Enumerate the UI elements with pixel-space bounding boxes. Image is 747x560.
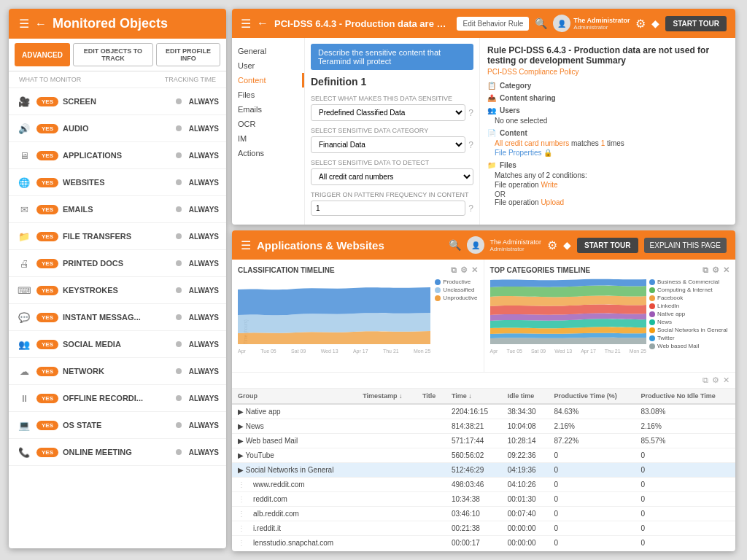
apps-menu-icon[interactable]: ☰	[241, 238, 251, 252]
toggle-yes[interactable]: YES	[36, 394, 58, 403]
toggle-yes[interactable]: YES	[36, 340, 58, 349]
toolbar-gear-icon[interactable]: ⚙	[712, 376, 719, 385]
col-title[interactable]: Title	[417, 389, 446, 404]
toggle-yes[interactable]: YES	[36, 205, 58, 214]
detect-select[interactable]: All credit card numbers	[311, 168, 473, 185]
cell-timestamp	[357, 507, 417, 521]
rule-or: OR	[487, 190, 728, 198]
classification-chart-content: Time (hours) AprTue 05Sat 09Wed 13Apr 17…	[238, 279, 478, 354]
toggle-yes[interactable]: YES	[36, 448, 58, 457]
dot-gray	[176, 179, 182, 185]
help-icon-3[interactable]: ?	[468, 203, 473, 214]
copy-icon[interactable]: ⧉	[451, 265, 457, 275]
toggle-yes[interactable]: YES	[36, 232, 58, 241]
edit-rule-button[interactable]: Edit Behavior Rule	[457, 17, 529, 31]
monitor-label: SCREEN	[63, 97, 171, 106]
tab-advanced[interactable]: ADVANCED	[15, 43, 70, 66]
pci-rule-summary: Rule PCI-DSS 6.4.3 - Production data are…	[480, 38, 735, 225]
cell-group: ⋮ alb.reddit.com	[232, 507, 357, 521]
monitor-icon: 🖥	[16, 147, 32, 163]
drag-handle: ⋮	[238, 495, 245, 503]
always-label: ALWAYS	[186, 448, 219, 456]
toggle-yes[interactable]: YES	[36, 286, 58, 295]
close-icon-chart[interactable]: ✕	[471, 265, 478, 275]
tab-edit-profile[interactable]: EDIT PROFILE INFO	[156, 43, 220, 66]
pci-menu-icon[interactable]: ☰	[241, 17, 251, 31]
start-tour-button[interactable]: START TOUR	[665, 16, 727, 31]
monitor-row: 📁 YES FILE TRANSFERS ALWAYS	[9, 223, 226, 250]
expand-btn[interactable]: ▶	[238, 466, 244, 474]
col-time[interactable]: Time ↓	[446, 389, 502, 404]
top-categories-chart: TOP CATEGORIES TIMELINE ⧉ ⚙ ✕	[484, 260, 736, 372]
expand-btn[interactable]: ▶	[238, 437, 244, 445]
search-icon[interactable]: 🔍	[535, 18, 547, 29]
always-label: ALWAYS	[186, 394, 219, 402]
gear-icon-chart[interactable]: ⚙	[460, 265, 468, 275]
explain-button[interactable]: EXPLAIN THIS PAGE	[644, 238, 727, 253]
toggle-yes[interactable]: YES	[36, 313, 58, 322]
toggle-yes[interactable]: YES	[36, 151, 58, 160]
col-group[interactable]: Group	[232, 389, 357, 404]
nav-emails[interactable]: Emails	[232, 102, 304, 117]
legend-productive: Productive	[435, 279, 477, 285]
nav-user[interactable]: User	[232, 58, 304, 73]
apps-search-icon[interactable]: 🔍	[449, 239, 461, 251]
apps-gear-icon[interactable]: ⚙	[547, 238, 557, 252]
expand-btn[interactable]: ▶	[238, 408, 244, 416]
classification-chart-title: CLASSIFICATION TIMELINE ⧉ ⚙ ✕	[238, 265, 478, 275]
trigger-input[interactable]	[311, 201, 465, 216]
toggle-yes[interactable]: YES	[36, 178, 58, 187]
monitor-label: NETWORK	[63, 367, 171, 376]
nav-actions[interactable]: Actions	[232, 146, 304, 160]
col-prod-no-idle[interactable]: Productive No Idle Time	[635, 389, 735, 404]
charts-row: CLASSIFICATION TIMELINE ⧉ ⚙ ✕ Time (hour…	[232, 260, 735, 373]
pci-back-icon[interactable]: ←	[257, 17, 268, 30]
nav-im[interactable]: IM	[232, 131, 304, 146]
categories-legend: Business & Commercial Computing & Intern…	[649, 279, 729, 349]
cell-prod-no-idle: 85.57%	[635, 434, 735, 448]
toggle-yes[interactable]: YES	[36, 421, 58, 430]
back-icon[interactable]: ←	[35, 18, 47, 31]
help-icon-2[interactable]: ?	[468, 140, 473, 150]
toggle-yes[interactable]: YES	[36, 97, 58, 106]
toggle-yes[interactable]: YES	[36, 259, 58, 268]
monitor-label: WEBSITES	[63, 178, 171, 187]
tab-edit-objects[interactable]: EDIT OBJECTS TO TRACK	[73, 43, 153, 66]
data-table: Group Timestamp ↓ Title Time ↓ Idle time…	[232, 389, 735, 549]
gear-icon[interactable]: ⚙	[635, 17, 646, 31]
cell-time: 560:56:02	[446, 448, 502, 463]
cell-title	[417, 419, 446, 434]
col-timestamp[interactable]: Timestamp ↓	[357, 389, 417, 404]
copy-icon-cat[interactable]: ⧉	[703, 265, 708, 275]
help-icon-1[interactable]: ?	[468, 108, 473, 118]
legend-computing: Computing & Internet	[649, 287, 729, 293]
category-select[interactable]: Financial Data	[311, 136, 465, 153]
monitor-icon: 💬	[16, 309, 32, 325]
sensitive-select[interactable]: Predefined Classified Data	[311, 104, 465, 121]
nav-content[interactable]: Content	[232, 73, 304, 88]
nav-files[interactable]: Files	[232, 88, 304, 102]
cell-productive: 0	[548, 478, 635, 492]
gear-icon-cat[interactable]: ⚙	[712, 265, 719, 275]
toggle-yes[interactable]: YES	[36, 124, 58, 133]
monitor-icon: ☁	[16, 363, 32, 379]
nav-general[interactable]: General	[232, 44, 304, 58]
menu-icon[interactable]: ☰	[19, 17, 29, 31]
toggle-yes[interactable]: YES	[36, 367, 58, 376]
legend-linkedin: LinkedIn	[649, 303, 729, 309]
col-productive[interactable]: Productive Time (%)	[548, 389, 635, 404]
apps-diamond-icon[interactable]: ◆	[563, 239, 571, 251]
col-idle[interactable]: Idle time	[502, 389, 549, 404]
toolbar-copy-icon[interactable]: ⧉	[703, 376, 708, 385]
apps-start-tour-button[interactable]: START TOUR	[577, 238, 638, 253]
legend-twitter: Twitter	[649, 335, 729, 341]
diamond-icon[interactable]: ◆	[651, 18, 659, 29]
close-icon-cat[interactable]: ✕	[723, 265, 729, 275]
expand-btn[interactable]: ▶	[238, 422, 244, 430]
nav-ocr[interactable]: OCR	[232, 117, 304, 131]
monitor-label: PRINTED DOCS	[63, 259, 171, 268]
toolbar-close-icon[interactable]: ✕	[723, 376, 729, 385]
field-sensitive: Predefined Classified Data ?	[311, 104, 473, 121]
admin-badge: 👤 The Administrator Administrator	[553, 15, 630, 32]
expand-btn[interactable]: ▶	[238, 451, 244, 459]
